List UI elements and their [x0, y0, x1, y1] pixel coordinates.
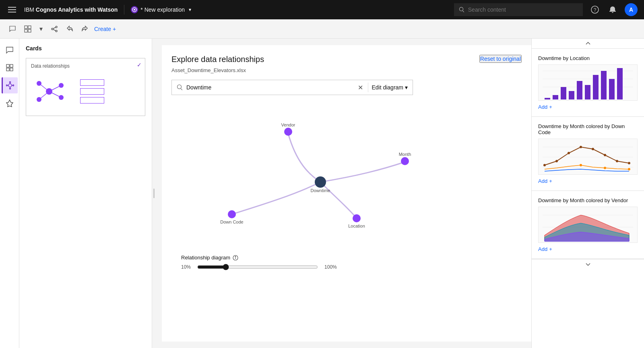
svg-point-60 — [580, 146, 582, 148]
card-network-diagram — [31, 75, 75, 108]
help-icon[interactable]: ? — [589, 4, 601, 15]
vendor-node[interactable] — [284, 128, 292, 136]
sidebar-chat-icon[interactable] — [2, 42, 18, 58]
downtime-node[interactable] — [315, 176, 326, 188]
bottom-bar: Relationship diagram 10% 100% — [171, 255, 522, 277]
downtime-month-vendor-chart — [538, 207, 638, 243]
svg-rect-49 — [585, 85, 590, 99]
svg-rect-52 — [609, 79, 615, 99]
undo-icon[interactable] — [64, 23, 76, 35]
svg-point-64 — [628, 162, 630, 164]
svg-line-34 — [39, 83, 49, 91]
diagram-search-clear-icon[interactable]: ✕ — [356, 83, 365, 92]
svg-rect-51 — [601, 71, 607, 99]
downcode-node[interactable] — [228, 210, 236, 218]
data-relationships-card[interactable]: Data relationships ✓ — [26, 58, 145, 116]
hamburger-icon[interactable] — [6, 4, 18, 15]
month-node[interactable] — [401, 157, 409, 165]
svg-point-63 — [616, 160, 618, 162]
relationship-slider[interactable] — [197, 264, 318, 270]
redo-icon[interactable] — [79, 23, 91, 35]
exploration-area: Explore data relationships Asset_Downtim… — [162, 45, 531, 342]
downtime-month-vendor-title: Downtime by Month colored by Vendor — [538, 197, 638, 203]
search-divider — [368, 83, 368, 92]
chat-toolbar-icon[interactable] — [6, 23, 19, 35]
downtime-month-downcode-title: Downtime by Month colored by Down Code — [538, 123, 638, 135]
exploration-dropdown-icon[interactable]: ▾ — [187, 5, 193, 14]
card-bar-3 — [80, 97, 104, 104]
downtime-label: Downtime — [311, 188, 330, 193]
svg-rect-48 — [577, 81, 582, 99]
downcode-label: Down Code — [220, 220, 243, 224]
add-downtime-location-button[interactable]: Add + — [538, 104, 552, 110]
panel-splitter[interactable] — [152, 39, 155, 348]
svg-line-15 — [53, 29, 56, 31]
svg-line-14 — [53, 27, 56, 29]
location-node[interactable] — [353, 214, 361, 222]
diagram-search-bar: ✕ Edit diagram ▾ — [171, 80, 413, 95]
toolbar: ▾ Create + — [0, 19, 644, 39]
search-input[interactable] — [468, 6, 578, 13]
svg-rect-47 — [569, 91, 574, 99]
nav-exploration-title: * New exploration ▾ — [131, 5, 193, 14]
reset-original-button[interactable]: Reset to original — [479, 55, 522, 63]
svg-point-40 — [235, 256, 236, 257]
svg-point-21 — [10, 82, 11, 83]
share-icon[interactable] — [48, 23, 60, 35]
svg-rect-44 — [545, 98, 550, 99]
create-button[interactable]: Create + — [94, 26, 116, 32]
global-search[interactable] — [454, 3, 583, 16]
right-panel: Downtime by Location — [531, 39, 644, 348]
svg-rect-0 — [8, 7, 16, 8]
svg-point-62 — [604, 154, 606, 156]
svg-rect-1 — [8, 9, 16, 10]
dropdown-toolbar-icon[interactable]: ▾ — [37, 23, 45, 35]
sidebar-explore-icon[interactable] — [2, 77, 18, 93]
svg-point-4 — [134, 9, 135, 10]
notification-bell-icon[interactable] — [607, 4, 618, 15]
splitter-handle — [153, 188, 155, 198]
exploration-label: * New exploration — [140, 6, 185, 13]
exploration-icon — [131, 6, 138, 13]
scroll-up-button[interactable] — [532, 39, 644, 49]
svg-point-61 — [592, 148, 594, 150]
downtime-location-chart — [538, 64, 638, 101]
svg-point-24 — [13, 85, 14, 86]
bar-chart-svg — [539, 65, 635, 101]
svg-rect-9 — [25, 29, 27, 32]
svg-rect-17 — [10, 64, 13, 67]
avatar[interactable]: A — [625, 3, 638, 16]
svg-point-67 — [628, 168, 630, 170]
svg-point-11 — [56, 26, 57, 28]
add-downtime-month-downcode-button[interactable]: Add + — [538, 178, 552, 184]
card-bar-2 — [80, 88, 104, 95]
chevron-up-icon — [585, 40, 591, 47]
edit-diagram-button[interactable]: Edit diagram ▾ — [372, 84, 408, 91]
scroll-down-button[interactable] — [532, 259, 644, 269]
svg-rect-53 — [617, 68, 623, 99]
location-label: Location — [348, 224, 365, 228]
explore-title: Explore data relationships — [171, 55, 522, 64]
vendor-label: Vendor — [281, 122, 295, 127]
sidebar-pin-icon[interactable] — [2, 95, 18, 111]
downtime-location-card: Downtime by Location — [532, 49, 644, 117]
svg-rect-46 — [561, 87, 566, 99]
diagram-search-input[interactable] — [186, 84, 353, 91]
svg-rect-7 — [25, 26, 27, 29]
sidebar-grid-icon[interactable] — [2, 60, 18, 76]
search-icon — [459, 6, 465, 13]
svg-rect-45 — [553, 95, 558, 99]
card-bars — [80, 79, 104, 104]
slider-min-label: 10% — [181, 264, 191, 270]
slider-max-label: 100% — [324, 264, 337, 270]
add-downtime-month-vendor-button[interactable]: Add + — [538, 246, 552, 252]
svg-point-12 — [52, 28, 53, 30]
svg-point-59 — [568, 152, 570, 154]
grid-toolbar-icon[interactable] — [22, 23, 34, 35]
month-label: Month — [399, 152, 411, 157]
svg-point-20 — [8, 84, 12, 87]
main-content: Explore data relationships Asset_Downtim… — [155, 39, 531, 348]
svg-point-22 — [10, 88, 11, 89]
svg-rect-18 — [6, 68, 9, 71]
cards-panel: Cards Data relationships ✓ — [19, 39, 152, 348]
